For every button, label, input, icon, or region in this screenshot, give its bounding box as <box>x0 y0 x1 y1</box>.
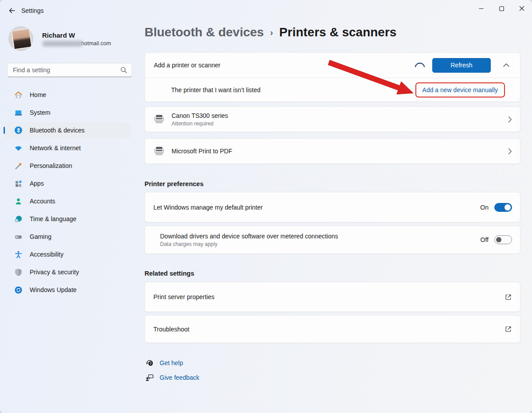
accounts-icon <box>14 197 23 206</box>
page-title: Printers & scanners <box>279 25 397 39</box>
print-server-properties-label: Print server properties <box>153 293 215 300</box>
search-input[interactable] <box>8 66 120 74</box>
default-printer-toggle[interactable] <box>494 203 512 212</box>
scanning-spinner-icon <box>414 59 426 71</box>
give-feedback-label: Give feedback <box>160 374 200 381</box>
sidebar-item-label: System <box>30 109 51 116</box>
printer-not-listed-row: The printer that I want isn’t listed Add… <box>145 78 520 102</box>
back-button[interactable] <box>5 4 19 17</box>
toggle-state-label: On <box>480 204 489 211</box>
back-arrow-icon <box>8 7 16 15</box>
sidebar-item-bluetooth-devices[interactable]: Bluetooth & devices <box>4 122 131 138</box>
user-name: Richard W <box>42 31 75 39</box>
sidebar-item-time-language[interactable]: Time & language <box>4 211 131 227</box>
system-icon <box>14 109 23 117</box>
get-help-link[interactable]: ? Get help <box>145 358 183 367</box>
accessibility-icon <box>14 250 23 259</box>
minimize-button[interactable] <box>471 0 491 17</box>
window-controls <box>471 0 532 18</box>
svg-text:?: ? <box>149 362 152 366</box>
maximize-button[interactable] <box>491 0 512 17</box>
titlebar: Settings <box>0 0 532 21</box>
personalization-icon <box>14 162 23 170</box>
troubleshoot-label: Troubleshoot <box>153 326 189 333</box>
give-feedback-link[interactable]: Give feedback <box>145 373 200 382</box>
sidebar-item-accessibility[interactable]: Accessibility <box>4 246 131 262</box>
add-printer-card: Add a printer or scanner Refresh The pri… <box>145 52 520 102</box>
device-card-canon[interactable]: Canon TS300 series Attention required <box>145 106 520 132</box>
sidebar-item-label: Windows Update <box>30 286 77 293</box>
sidebar-item-label: Apps <box>30 180 44 187</box>
get-help-icon: ? <box>145 358 154 367</box>
troubleshoot-card[interactable]: Troubleshoot <box>145 315 520 343</box>
selected-indicator <box>4 127 5 134</box>
network-icon <box>14 144 23 152</box>
give-feedback-icon <box>145 373 154 382</box>
sidebar-item-windows-update[interactable]: Windows Update <box>4 282 131 298</box>
printer-not-listed-label: The printer that I want isn’t listed <box>171 86 261 94</box>
device-name: Microsoft Print to PDF <box>172 148 232 155</box>
sidebar-item-apps[interactable]: Apps <box>4 175 131 191</box>
app-title: Settings <box>21 7 44 14</box>
get-help-label: Get help <box>160 359 183 366</box>
device-card-print-to-pdf[interactable]: Microsoft Print to PDF <box>145 138 520 164</box>
device-status: Attention required <box>172 121 228 127</box>
sidebar-item-gaming[interactable]: Gaming <box>4 229 131 245</box>
sidebar-item-accounts[interactable]: Accounts <box>4 193 131 209</box>
default-printer-card: Let Windows manage my default printer On <box>145 192 520 222</box>
toggle-state-label: Off <box>481 236 489 243</box>
metered-downloads-toggle[interactable] <box>494 235 512 244</box>
add-printer-row: Add a printer or scanner Refresh <box>145 53 520 78</box>
expander-collapse-button[interactable] <box>500 63 513 67</box>
email-visible-text: hotmail.com <box>81 40 111 47</box>
privacy-icon <box>14 268 23 277</box>
breadcrumb-separator-icon: › <box>270 27 273 38</box>
search-icon[interactable] <box>120 66 127 74</box>
sidebar-item-label: Personalization <box>30 162 72 169</box>
breadcrumb: Bluetooth & devices › Printers & scanner… <box>145 25 396 39</box>
printer-icon <box>153 114 165 124</box>
metered-downloads-card: Download drivers and device software ove… <box>145 226 520 254</box>
sidebar-item-label: Privacy & security <box>30 269 79 276</box>
home-icon <box>14 91 23 99</box>
settings-window: Settings Richard W hotmail.com <box>0 0 532 413</box>
chevron-right-icon <box>508 148 512 155</box>
sidebar-item-label: Accessibility <box>30 251 63 258</box>
sidebar-item-network-internet[interactable]: Network & internet <box>4 140 131 156</box>
windows-update-icon <box>14 286 23 294</box>
close-icon <box>519 6 524 11</box>
sidebar-nav: Home System Bluetooth & devices <box>4 87 131 298</box>
bluetooth-icon <box>14 126 23 135</box>
metered-downloads-sublabel: Data charges may apply <box>160 241 338 247</box>
toggle-knob <box>496 237 501 242</box>
chevron-up-icon <box>503 63 510 67</box>
add-device-manually-button[interactable]: Add a new device manually <box>415 82 505 97</box>
sidebar-item-label: Gaming <box>30 233 51 240</box>
maximize-icon <box>499 6 504 11</box>
avatar[interactable] <box>8 26 33 51</box>
printer-preferences-heading: Printer preferences <box>145 180 203 187</box>
printer-icon <box>153 146 165 156</box>
external-link-icon <box>505 325 512 333</box>
chevron-right-icon <box>508 116 512 123</box>
refresh-button[interactable]: Refresh <box>432 58 491 73</box>
print-server-properties-card[interactable]: Print server properties <box>145 282 520 312</box>
toggle-knob <box>505 204 511 210</box>
apps-icon <box>14 179 23 188</box>
sidebar-item-system[interactable]: System <box>4 105 131 121</box>
sidebar-item-home[interactable]: Home <box>4 87 131 103</box>
sidebar-item-privacy-security[interactable]: Privacy & security <box>4 264 131 280</box>
metered-downloads-label: Download drivers and device software ove… <box>160 233 338 240</box>
sidebar-item-label: Bluetooth & devices <box>30 127 85 134</box>
default-printer-label: Let Windows manage my default printer <box>153 204 263 211</box>
close-button[interactable] <box>512 0 532 17</box>
user-email: hotmail.com <box>42 40 111 47</box>
breadcrumb-parent[interactable]: Bluetooth & devices <box>145 25 264 39</box>
sidebar-item-label: Network & internet <box>30 144 81 152</box>
add-printer-label: Add a printer or scanner <box>154 62 220 69</box>
minimize-icon <box>479 6 484 11</box>
sidebar-item-label: Time & language <box>30 215 76 222</box>
sidebar-item-label: Home <box>30 91 46 98</box>
time-language-icon <box>14 215 23 223</box>
sidebar-item-personalization[interactable]: Personalization <box>4 158 131 174</box>
